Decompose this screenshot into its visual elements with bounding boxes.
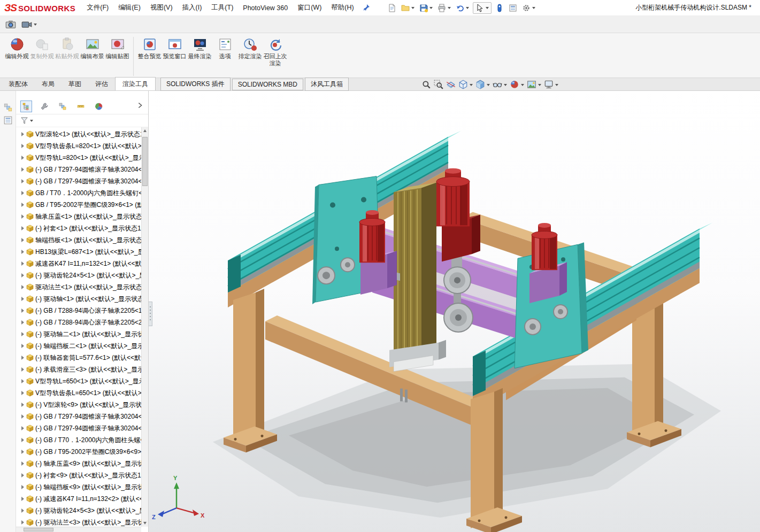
- tree-item[interactable]: (-) 轴端挡板<9> (默认<<默认>_显示状态1>): [16, 481, 141, 493]
- menu-item[interactable]: 工具(T): [206, 3, 238, 12]
- dropdown-caret-icon[interactable]: [538, 84, 541, 88]
- scroll-down-arrow[interactable]: [142, 520, 149, 527]
- expand-arrow-icon[interactable]: [21, 450, 24, 454]
- tree-item[interactable]: (-) 衬套<1> (默认<<默认>_显示状态1>): [16, 222, 141, 234]
- tree-item[interactable]: 轴承压盖<1> (默认<<默认>_显示状态1>): [16, 211, 141, 222]
- pane-display-chevron-icon[interactable]: [136, 102, 144, 111]
- menu-item[interactable]: 编辑(E): [113, 3, 145, 12]
- screen-capture-button[interactable]: [4, 18, 17, 32]
- undo-button[interactable]: [455, 2, 470, 14]
- edit-decal-button[interactable]: 编辑贴图: [105, 35, 130, 61]
- tree-item[interactable]: 轴端挡板<1> (默认<<默认>_显示状态1>): [16, 234, 141, 246]
- tree-item[interactable]: (-) GB / T288-94调心滚子轴承2205<2> (默认<<默认>_显…: [16, 317, 141, 328]
- dropdown-caret-icon[interactable]: [470, 84, 473, 88]
- tab-mufeng-toolbox[interactable]: 沐风工具箱: [305, 78, 349, 91]
- scroll-thumb[interactable]: [142, 137, 148, 186]
- schedule-render-button[interactable]: 排定渲染: [237, 35, 263, 61]
- tree-item[interactable]: (-) 联轴器套筒L=577.6<1> (默认<<默认>_显示状态1>): [16, 352, 141, 364]
- menu-item[interactable]: 窗口(W): [293, 3, 326, 12]
- filter-dropdown-caret[interactable]: [30, 120, 33, 124]
- expand-arrow-icon[interactable]: [21, 285, 24, 289]
- edit-appearance-button[interactable]: 编辑外观: [4, 35, 29, 61]
- tree-item[interactable]: (-) GB / T297-94圆锥滚子轴承30204<1> (默认<<默认>_…: [16, 164, 141, 175]
- expand-arrow-icon[interactable]: [21, 226, 24, 230]
- tab-solidworks-mbd[interactable]: SOLIDWORKS MBD: [232, 79, 303, 90]
- tree-item[interactable]: (-) GB / T297-94圆锥滚子轴承30204<2> (默认<<默认>_…: [16, 175, 141, 187]
- tree-item[interactable]: (-) 轴承压盖<9> (默认<<默认>_显示状态1>): [16, 458, 141, 469]
- dropdown-caret-icon[interactable]: [34, 24, 37, 27]
- print-document-button[interactable]: [436, 2, 452, 14]
- tree-item[interactable]: (-) 驱动法兰<3> (默认<<默认>_显示状态1>): [16, 516, 141, 527]
- model-3d-view[interactable]: Y X Z: [149, 91, 760, 532]
- expand-arrow-icon[interactable]: [21, 473, 24, 477]
- render-options-button[interactable]: 选项: [212, 35, 237, 61]
- view-orientation-button[interactable]: [457, 79, 474, 90]
- configurationmanager-tab[interactable]: [57, 101, 68, 112]
- expand-arrow-icon[interactable]: [21, 426, 24, 430]
- tab-assembly[interactable]: 装配体: [2, 78, 35, 90]
- dropdown-caret-icon[interactable]: [448, 7, 451, 11]
- expand-arrow-icon[interactable]: [21, 461, 24, 466]
- graphics-area[interactable]: Y X Z: [149, 91, 760, 532]
- tree-item[interactable]: (-) GB / T297-94圆锥滚子轴承30204<17> (默认<<默认>…: [16, 411, 141, 422]
- expand-arrow-icon[interactable]: [21, 379, 24, 383]
- section-view-button[interactable]: [445, 79, 457, 90]
- tree-item[interactable]: (-) V型滚轮<9> (默认<<默认>_显示状态1>): [16, 399, 141, 411]
- expand-arrow-icon[interactable]: [21, 132, 24, 136]
- tree-item[interactable]: V型导轨齿条L=650<1> (默认<<默认>_显示状态1>): [16, 387, 141, 399]
- expand-arrow-icon[interactable]: [21, 414, 24, 419]
- expand-arrow-icon[interactable]: [21, 203, 24, 207]
- menu-item[interactable]: PhotoView 360: [238, 4, 293, 12]
- expand-arrow-icon[interactable]: [21, 403, 24, 407]
- final-render-button[interactable]: 最终渲染: [187, 35, 212, 61]
- dropdown-caret-icon[interactable]: [466, 7, 469, 11]
- tree-item[interactable]: (-) 驱动齿轮24×5<3> (默认<<默认>_显示状态1>): [16, 505, 141, 516]
- dropdown-caret-icon[interactable]: [532, 7, 535, 11]
- view-settings-button[interactable]: [543, 79, 559, 90]
- scroll-up-arrow[interactable]: [142, 127, 149, 134]
- menu-item[interactable]: 文件(F): [82, 3, 113, 12]
- display-style-button[interactable]: [474, 79, 491, 90]
- tab-sketch[interactable]: 草图: [62, 78, 88, 90]
- tree-item[interactable]: V型导轨L=820<1> (默认<<默认>_显示状态1>): [16, 152, 141, 164]
- filter-icon[interactable]: [20, 117, 28, 125]
- expand-arrow-icon[interactable]: [21, 297, 24, 301]
- tree-item[interactable]: (-) 驱动轴<1> (默认<<默认>_显示状态1>): [16, 293, 141, 305]
- dropdown-caret-icon[interactable]: [504, 84, 507, 88]
- tree-item[interactable]: V型导轨齿条L=820<1> (默认<<默认>_显示状态1>): [16, 140, 141, 152]
- flyout-tree-icon[interactable]: [3, 103, 13, 112]
- zoom-fit-button[interactable]: [420, 79, 432, 90]
- preview-window-button[interactable]: 预览窗口: [162, 35, 187, 61]
- expand-arrow-icon[interactable]: [21, 520, 24, 525]
- expand-arrow-icon[interactable]: [21, 356, 24, 360]
- propertymanager-tab[interactable]: [39, 101, 50, 112]
- menu-item[interactable]: 帮助(H): [326, 3, 358, 12]
- motor-center[interactable]: [436, 168, 480, 271]
- select-tool-button[interactable]: [473, 2, 492, 14]
- tab-layout[interactable]: 布局: [35, 78, 62, 90]
- tree-item[interactable]: (-) 减速器K47 I=11,n=132<2> (默认<<默认>_显示状态1>…: [16, 493, 141, 505]
- tree-item[interactable]: (-) GB / T95-2002平垫圈C级39×6<9> (默认): [16, 446, 141, 458]
- tree-item[interactable]: (-) 承载滑座三<3> (默认<<默认>_显示状态1>): [16, 364, 141, 375]
- tree-item[interactable]: 驱动法兰<1> (默认<<默认>_显示状态1>): [16, 281, 141, 293]
- displaymanager-tab[interactable]: [93, 101, 105, 112]
- expand-arrow-icon[interactable]: [21, 261, 24, 266]
- expand-arrow-icon[interactable]: [21, 214, 24, 219]
- dropdown-caret-icon[interactable]: [555, 84, 558, 88]
- expand-arrow-icon[interactable]: [21, 273, 24, 277]
- dropdown-caret-icon[interactable]: [486, 7, 489, 11]
- tree-item[interactable]: GB / T70．1-2000内六角圆柱头螺钉<1> (默认): [16, 187, 141, 199]
- dimxpertmanager-tab[interactable]: [75, 101, 87, 112]
- expand-arrow-icon[interactable]: [21, 309, 24, 313]
- recall-last-render-button[interactable]: 召回上次渲染: [263, 35, 288, 68]
- dropdown-caret-icon[interactable]: [487, 84, 490, 88]
- panel-splitter-grip[interactable]: [149, 302, 152, 326]
- options-button[interactable]: [521, 2, 536, 14]
- tree-item[interactable]: V型导轨L=650<1> (默认<<默认>_显示状态1>): [16, 375, 141, 387]
- tree-item[interactable]: (-) GB / T297-94圆锥滚子轴承30204<18> (默认<<默认>…: [16, 422, 141, 434]
- new-document-button[interactable]: [387, 2, 397, 14]
- expand-arrow-icon[interactable]: [21, 332, 24, 336]
- tab-evaluate[interactable]: 评估: [88, 78, 115, 90]
- tab-render-tools[interactable]: 渲染工具: [115, 77, 156, 90]
- record-video-button[interactable]: [20, 18, 38, 32]
